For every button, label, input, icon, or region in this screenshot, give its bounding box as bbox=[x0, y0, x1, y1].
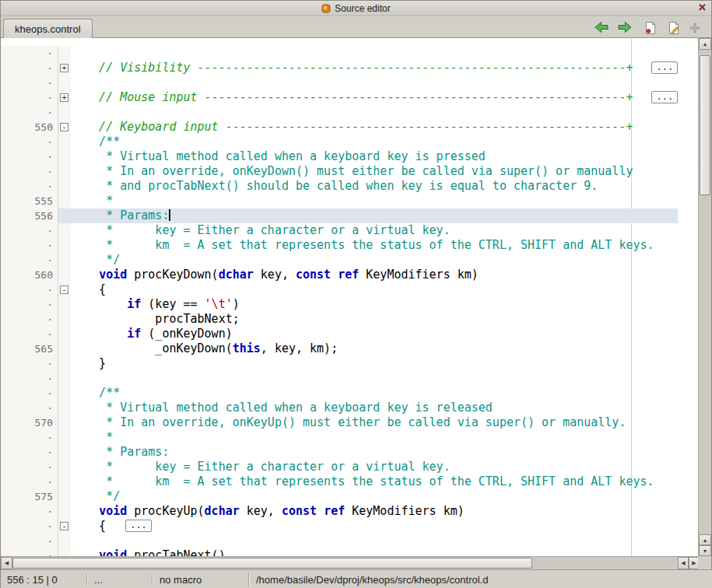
code-text[interactable]: * and procTabNext() should be called whe… bbox=[71, 179, 678, 194]
code-text[interactable]: * In an override, onKeyUp() must either … bbox=[71, 415, 678, 430]
fold-collapse-icon[interactable]: - bbox=[60, 123, 68, 131]
code-text[interactable]: void procKeyDown(dchar key, const ref Ke… bbox=[71, 268, 678, 282]
line-number[interactable]: · bbox=[1, 519, 58, 534]
scroll-down-icon[interactable]: ▼ bbox=[699, 545, 711, 556]
code-line[interactable]: · bbox=[1, 371, 678, 386]
line-number[interactable]: · bbox=[1, 105, 58, 120]
code-text[interactable]: void procTabNext() bbox=[71, 548, 678, 556]
line-number[interactable]: · bbox=[1, 90, 58, 105]
line-number[interactable]: · bbox=[1, 149, 58, 164]
nav-forward-icon[interactable] bbox=[617, 21, 633, 33]
line-number[interactable]: · bbox=[1, 386, 58, 401]
line-number[interactable]: 550 bbox=[1, 120, 58, 135]
line-number[interactable]: · bbox=[1, 297, 58, 312]
line-number[interactable]: · bbox=[1, 75, 58, 90]
line-number[interactable]: · bbox=[1, 430, 58, 445]
line-number[interactable]: · bbox=[1, 238, 58, 253]
close-icon[interactable]: ✕ bbox=[698, 2, 707, 13]
code-editor[interactable]: ··+ // Visibility ----------------------… bbox=[1, 38, 700, 556]
code-line[interactable]: · * key = Either a character or a virtua… bbox=[1, 460, 678, 474]
code-line[interactable]: · } bbox=[1, 356, 678, 371]
code-text[interactable]: { bbox=[71, 282, 678, 297]
code-text[interactable]: void procKeyUp(dchar key, const ref KeyM… bbox=[71, 504, 678, 519]
line-number[interactable]: · bbox=[1, 61, 58, 75]
code-text[interactable] bbox=[71, 75, 678, 90]
line-number[interactable]: 570 bbox=[1, 415, 58, 430]
code-text[interactable] bbox=[71, 371, 678, 386]
code-line[interactable]: · bbox=[1, 105, 678, 120]
scroll-up-secondary-icon[interactable]: ▲ bbox=[699, 534, 711, 545]
code-line[interactable]: · bbox=[1, 46, 678, 61]
line-number[interactable]: · bbox=[1, 401, 58, 415]
code-line[interactable]: 575 */ bbox=[1, 489, 678, 504]
code-text[interactable]: * Virtual method called when a keyboard … bbox=[71, 149, 678, 164]
code-text[interactable]: // Mouse input -------------------------… bbox=[71, 90, 678, 105]
code-line[interactable]: 550- // Keyboard input -----------------… bbox=[1, 120, 678, 135]
code-line[interactable]: · * In an override, onKeyDown() must eit… bbox=[1, 164, 678, 179]
code-text[interactable]: /** bbox=[71, 135, 678, 149]
line-number[interactable]: · bbox=[1, 534, 58, 548]
line-number[interactable]: 555 bbox=[1, 194, 58, 208]
line-number[interactable]: · bbox=[1, 548, 58, 556]
fold-collapse-icon[interactable]: - bbox=[60, 522, 68, 530]
code-text[interactable] bbox=[71, 105, 678, 120]
code-line[interactable]: · */ bbox=[1, 253, 678, 268]
code-line[interactable]: · * and procTabNext() should be called w… bbox=[1, 179, 678, 194]
code-text[interactable]: * Params: bbox=[71, 445, 678, 460]
code-text[interactable]: procTabNext; bbox=[71, 312, 678, 327]
line-number[interactable]: · bbox=[1, 312, 58, 327]
scroll-left-icon[interactable]: ◀ bbox=[1, 557, 12, 569]
line-number[interactable]: 565 bbox=[1, 341, 58, 356]
code-text[interactable] bbox=[71, 534, 678, 548]
code-line[interactable]: ·- { bbox=[1, 282, 678, 297]
code-line[interactable]: · * Params: bbox=[1, 445, 678, 460]
code-text[interactable]: {... bbox=[71, 519, 678, 534]
code-line[interactable]: ·+ // Visibility -----------------------… bbox=[1, 61, 678, 75]
collapsed-fold-indicator[interactable]: ... bbox=[651, 61, 678, 74]
code-text[interactable]: if (key == '\t') bbox=[71, 297, 678, 312]
line-number[interactable]: · bbox=[1, 327, 58, 341]
code-text[interactable]: */ bbox=[71, 489, 678, 504]
code-line[interactable]: · * km = A set that represents the statu… bbox=[1, 474, 678, 489]
collapsed-fold-indicator[interactable]: ... bbox=[651, 91, 678, 103]
code-line[interactable]: · * km = A set that represents the statu… bbox=[1, 238, 678, 253]
scroll-up-icon[interactable]: ▲ bbox=[699, 38, 711, 50]
code-line[interactable]: ·+ // Mouse input ----------------------… bbox=[1, 90, 678, 105]
save-file-icon[interactable] bbox=[644, 21, 658, 35]
code-line[interactable]: · /** bbox=[1, 386, 678, 401]
code-text[interactable]: _onKeyDown(this, key, km); bbox=[71, 341, 678, 356]
line-number[interactable]: · bbox=[1, 179, 58, 194]
nav-back-icon[interactable] bbox=[594, 21, 609, 33]
fold-expand-icon[interactable]: + bbox=[60, 93, 68, 102]
scroll-left-secondary-icon[interactable]: ◀ bbox=[678, 557, 689, 569]
code-text[interactable]: */ bbox=[71, 253, 678, 268]
line-number[interactable]: 556 bbox=[1, 208, 58, 223]
code-line[interactable]: · * Virtual method called when a keyboar… bbox=[1, 149, 678, 164]
code-text[interactable]: * key = Either a character or a virtual … bbox=[71, 460, 678, 474]
code-line[interactable]: · void procTabNext() bbox=[1, 548, 678, 556]
code-line[interactable]: · * bbox=[1, 430, 678, 445]
code-line[interactable]: · /** bbox=[1, 135, 678, 149]
code-line[interactable]: 570 * In an override, onKeyUp() must eit… bbox=[1, 415, 678, 430]
line-number[interactable]: 575 bbox=[1, 489, 58, 504]
code-text[interactable]: * bbox=[71, 430, 678, 445]
code-text[interactable]: * km = A set that represents the status … bbox=[71, 474, 678, 489]
code-line[interactable]: 556 * Params: bbox=[1, 208, 678, 223]
code-line[interactable]: · bbox=[1, 75, 678, 90]
code-text[interactable]: * In an override, onKeyDown() must eithe… bbox=[71, 164, 678, 179]
save-as-icon[interactable] bbox=[667, 21, 681, 35]
code-text[interactable]: // Visibility --------------------------… bbox=[71, 61, 678, 75]
vertical-scrollbar[interactable]: ▲ ▲ ▼ bbox=[698, 38, 711, 556]
code-line[interactable]: · procTabNext; bbox=[1, 312, 678, 327]
line-number[interactable]: · bbox=[1, 460, 58, 474]
line-number[interactable]: · bbox=[1, 371, 58, 386]
code-text[interactable]: if (_onKeyDown) bbox=[71, 327, 678, 341]
line-number[interactable]: · bbox=[1, 445, 58, 460]
collapsed-fold-indicator[interactable]: ... bbox=[125, 520, 152, 532]
fold-expand-icon[interactable]: + bbox=[60, 64, 68, 72]
line-number[interactable]: 560 bbox=[1, 268, 58, 282]
code-text[interactable]: /** bbox=[71, 386, 678, 401]
vertical-scrollbar-thumb[interactable] bbox=[700, 55, 710, 195]
code-line[interactable]: 565 _onKeyDown(this, key, km); bbox=[1, 341, 678, 356]
code-line[interactable]: 560 void procKeyDown(dchar key, const re… bbox=[1, 268, 678, 282]
